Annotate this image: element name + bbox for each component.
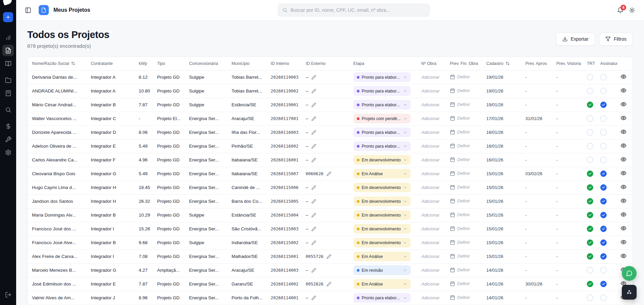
- view-project-button[interactable]: [620, 74, 627, 80]
- cell-name[interactable]: Mário César Andrad...: [28, 98, 87, 112]
- view-project-button[interactable]: [620, 101, 627, 107]
- cell-name[interactable]: Hugo Caymi Lima d...: [28, 181, 87, 194]
- trt-status[interactable]: [587, 170, 593, 177]
- set-finish-date-button[interactable]: Definir: [450, 129, 470, 135]
- sidebar-item-search[interactable]: [2, 104, 14, 115]
- signature-status[interactable]: [600, 198, 607, 204]
- cell-name[interactable]: Maria Domingas Alv...: [28, 208, 87, 222]
- view-project-button[interactable]: [620, 198, 627, 204]
- add-work-number-button[interactable]: Adicionar: [421, 130, 440, 135]
- edit-external-id-button[interactable]: [311, 158, 316, 162]
- signature-status[interactable]: [600, 88, 607, 94]
- add-work-number-button[interactable]: Adicionar: [421, 199, 440, 204]
- cell-name[interactable]: Carlos Alexandre Ca...: [28, 153, 87, 167]
- set-finish-date-button[interactable]: Definir: [450, 102, 470, 107]
- trt-status[interactable]: [587, 198, 593, 204]
- add-work-number-button[interactable]: Adicionar: [421, 157, 440, 162]
- signature-status[interactable]: [600, 129, 607, 136]
- stage-dropdown[interactable]: Pronto para elabor...: [353, 127, 411, 137]
- stage-dropdown[interactable]: Pronto para elabor...: [353, 293, 411, 303]
- signature-status[interactable]: [600, 253, 607, 260]
- sidebar-item-settings[interactable]: [2, 147, 14, 158]
- sidebar-item-analytics[interactable]: [2, 32, 14, 43]
- devtools-button[interactable]: [622, 285, 637, 300]
- cell-name[interactable]: Jandson dos Santos: [28, 194, 87, 208]
- add-work-number-button[interactable]: Adicionar: [421, 226, 440, 231]
- stage-dropdown[interactable]: Em revisão: [353, 265, 411, 275]
- chat-button[interactable]: [622, 266, 637, 281]
- add-work-number-button[interactable]: Adicionar: [421, 295, 440, 300]
- set-finish-date-button[interactable]: Definir: [450, 295, 470, 300]
- stage-dropdown[interactable]: Pronto para elabor...: [353, 141, 411, 151]
- edit-external-id-button[interactable]: [311, 268, 316, 273]
- signature-status[interactable]: [600, 295, 607, 301]
- view-project-button[interactable]: [620, 115, 627, 121]
- cell-name[interactable]: Francisco José Alve...: [28, 236, 87, 250]
- set-finish-date-button[interactable]: Definir: [450, 267, 470, 272]
- view-project-button[interactable]: [620, 129, 627, 135]
- export-button[interactable]: Exportar: [556, 33, 595, 46]
- edit-external-id-button[interactable]: [311, 89, 316, 93]
- notifications-button[interactable]: 4: [617, 7, 623, 13]
- edit-external-id-button[interactable]: [311, 75, 316, 80]
- view-project-button[interactable]: [620, 239, 627, 245]
- signature-status[interactable]: [600, 267, 607, 273]
- view-project-button[interactable]: [620, 87, 627, 93]
- stage-dropdown[interactable]: Em desenvolvimento: [353, 155, 411, 165]
- cell-name[interactable]: Cleovania Bispo Gois: [28, 167, 87, 181]
- edit-external-id-button[interactable]: [311, 296, 316, 300]
- set-finish-date-button[interactable]: Definir: [450, 212, 470, 217]
- trt-status[interactable]: [587, 157, 593, 163]
- view-project-button[interactable]: [620, 225, 627, 231]
- add-work-number-button[interactable]: Adicionar: [421, 116, 440, 121]
- stage-dropdown[interactable]: Em Análise: [353, 169, 411, 179]
- set-finish-date-button[interactable]: Definir: [450, 198, 470, 203]
- edit-external-id-button[interactable]: [311, 144, 316, 149]
- stage-dropdown[interactable]: Em desenvolvimento: [353, 224, 411, 234]
- trt-status[interactable]: [587, 295, 593, 301]
- sidebar-item-projects[interactable]: [2, 45, 14, 56]
- cell-name[interactable]: Valmir Alves de Am...: [28, 291, 87, 305]
- add-work-number-button[interactable]: Adicionar: [421, 240, 440, 245]
- set-finish-date-button[interactable]: Definir: [450, 74, 470, 79]
- signature-status[interactable]: [600, 281, 607, 287]
- cell-name[interactable]: ANDRADE ALUMINI...: [28, 84, 87, 98]
- trt-status[interactable]: [587, 212, 593, 218]
- add-work-number-button[interactable]: Adicionar: [421, 185, 440, 190]
- add-project-button[interactable]: [3, 12, 13, 22]
- sidebar-item-finance[interactable]: [2, 120, 14, 132]
- view-project-button[interactable]: [620, 212, 627, 218]
- edit-external-id-button[interactable]: [311, 240, 316, 245]
- trt-status[interactable]: [587, 115, 593, 122]
- trt-status[interactable]: [587, 226, 593, 232]
- add-work-number-button[interactable]: Adicionar: [421, 213, 440, 218]
- set-finish-date-button[interactable]: Definir: [450, 157, 470, 162]
- edit-external-id-button[interactable]: [311, 227, 316, 231]
- column-header-name[interactable]: Nome/Razão Social: [28, 57, 87, 70]
- signature-status[interactable]: [600, 143, 607, 149]
- stage-dropdown[interactable]: Pronto para elabor...: [353, 72, 411, 82]
- edit-external-id-button[interactable]: [311, 213, 316, 218]
- add-work-number-button[interactable]: Adicionar: [421, 281, 440, 287]
- add-work-number-button[interactable]: Adicionar: [421, 268, 440, 273]
- stage-dropdown[interactable]: Pronto para elabor...: [353, 100, 411, 110]
- stage-dropdown[interactable]: Em desenvolvimento: [353, 210, 411, 220]
- view-project-button[interactable]: [620, 184, 627, 190]
- add-work-number-button[interactable]: Adicionar: [421, 102, 440, 107]
- set-finish-date-button[interactable]: Definir: [450, 240, 470, 245]
- view-project-button[interactable]: [620, 143, 627, 149]
- edit-external-id-button[interactable]: [311, 116, 316, 121]
- add-work-number-button[interactable]: Adicionar: [421, 171, 440, 176]
- add-work-number-button[interactable]: Adicionar: [421, 144, 440, 149]
- cell-name[interactable]: Adelson Oliveira de ...: [28, 139, 87, 153]
- signature-status[interactable]: [600, 170, 607, 177]
- stage-dropdown[interactable]: Em desenvolvimento: [353, 196, 411, 206]
- cell-name[interactable]: José Edimilson dos ...: [28, 277, 87, 291]
- set-finish-date-button[interactable]: Definir: [450, 185, 470, 190]
- stage-dropdown[interactable]: Em desenvolvimento: [353, 183, 411, 192]
- filters-button[interactable]: Filtros: [599, 33, 633, 46]
- trt-status[interactable]: [587, 102, 593, 108]
- edit-external-id-button[interactable]: [327, 171, 331, 176]
- trt-status[interactable]: [587, 267, 593, 273]
- set-finish-date-button[interactable]: Definir: [450, 88, 470, 93]
